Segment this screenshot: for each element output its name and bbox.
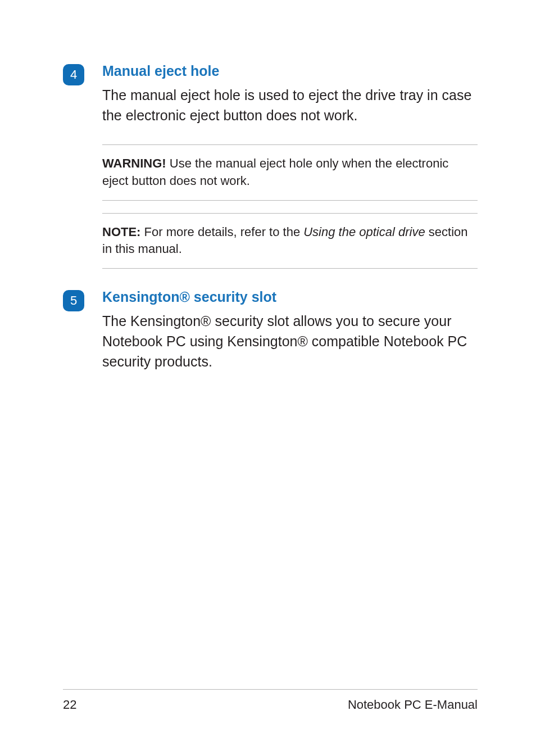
number-badge: 4	[63, 64, 84, 85]
badge-number: 4	[70, 67, 77, 82]
number-badge: 5	[63, 290, 84, 311]
warning-callout: WARNING! Use the manual eject hole only …	[102, 144, 478, 201]
item-heading: Manual eject hole	[102, 62, 478, 80]
list-item: 4 Manual eject hole The manual eject hol…	[63, 62, 478, 125]
page-number: 22	[63, 698, 76, 712]
item-body: Manual eject hole The manual eject hole …	[102, 62, 478, 125]
footer-row: 22 Notebook PC E-Manual	[63, 698, 478, 712]
page-footer: 22 Notebook PC E-Manual	[63, 689, 478, 712]
callout-before: For more details, refer to the	[140, 225, 303, 239]
badge-number: 5	[70, 293, 77, 308]
item-body: Kensington® security slot The Kensington…	[102, 288, 478, 372]
item-heading: Kensington® security slot	[102, 288, 478, 306]
callout-strong: WARNING!	[102, 156, 166, 170]
callout-group: WARNING! Use the manual eject hole only …	[102, 144, 478, 269]
callout-text: NOTE: For more details, refer to the Usi…	[102, 224, 478, 259]
item-text: The manual eject hole is used to eject t…	[102, 85, 478, 126]
list-item: 5 Kensington® security slot The Kensingt…	[63, 288, 478, 372]
callout-text: WARNING! Use the manual eject hole only …	[102, 155, 478, 190]
note-callout: NOTE: For more details, refer to the Usi…	[102, 213, 478, 269]
page-container: 4 Manual eject hole The manual eject hol…	[0, 0, 536, 756]
callout-strong: NOTE:	[102, 225, 140, 239]
item-text: The Kensington® security slot allows you…	[102, 311, 478, 372]
footer-rule	[63, 689, 478, 690]
doc-title: Notebook PC E-Manual	[348, 698, 478, 712]
callout-em: Using the optical drive	[303, 225, 425, 239]
